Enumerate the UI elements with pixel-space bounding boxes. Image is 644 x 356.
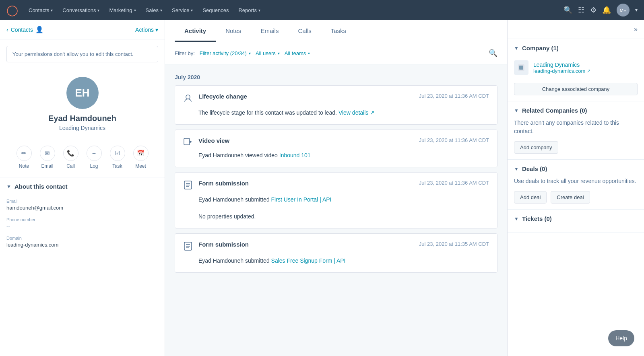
nav-service[interactable]: Service ▾	[168, 5, 197, 16]
right-sidebar: » ▼ Company (1) Leading Dynamics leading…	[507, 20, 644, 356]
notifications-icon[interactable]: 🔔	[602, 6, 611, 14]
form-submission-2-link[interactable]: Sales Free Signup Form | API	[271, 257, 346, 264]
activity-filter-button[interactable]: Filter activity (20/34) ▾	[200, 50, 251, 56]
collapse-arrows-icon[interactable]: »	[634, 26, 638, 33]
content-tabs: Activity Notes Emails Calls Tasks	[175, 20, 497, 42]
log-button[interactable]: ＋ Log	[87, 146, 102, 169]
sales-chevron-icon: ▾	[160, 8, 162, 12]
nav-contacts[interactable]: Contacts ▾	[25, 5, 57, 16]
hubspot-logo[interactable]: ◯	[6, 5, 18, 15]
company-domain[interactable]: leading-dynamics.com ↗	[533, 68, 590, 74]
contact-name: Eyad Hamdouneh	[48, 114, 116, 123]
help-button[interactable]: Help	[608, 330, 634, 346]
lifecycle-view-details-link[interactable]: View details ↗	[339, 109, 375, 116]
svg-rect-13	[519, 66, 523, 70]
contact-action-buttons: ✏ Note ✉ Email 📞 Call ＋ Log ☑ Task 📅 Mee	[0, 142, 165, 177]
phone-icon: 📞	[63, 146, 78, 161]
external-link-icon: ↗	[587, 68, 590, 74]
nav-sales[interactable]: Sales ▾	[142, 5, 167, 16]
about-section-header[interactable]: ▼ About this contact	[0, 177, 165, 195]
back-arrow-icon: ‹	[6, 27, 8, 33]
email-field-group: Email hamdouneh@gmail.com	[0, 195, 165, 214]
settings-icon[interactable]: ⚙	[590, 6, 597, 14]
phone-field-group: Phone number --	[0, 214, 165, 233]
service-chevron-icon: ▾	[191, 8, 193, 12]
company-section-collapse-icon: ▼	[514, 45, 519, 51]
nav-sequences[interactable]: Sequences	[198, 5, 233, 16]
deals-section-header[interactable]: ▼ Deals (0)	[514, 165, 638, 172]
users-filter-button[interactable]: All users ▾	[256, 50, 280, 56]
contact-profile: EH Eyad Hamdouneh Leading Dynamics	[0, 69, 165, 142]
tickets-section: ▼ Tickets (0)	[508, 210, 644, 233]
activity-video-view: Video view Jul 23, 2020 at 11:36 AM CDT …	[175, 130, 497, 167]
related-companies-empty-text: There aren't any companies related to th…	[514, 119, 638, 136]
form-submission-icon-1	[183, 181, 193, 191]
activity-form-submission-2: Form submission Jul 23, 2020 at 11:35 AM…	[175, 233, 497, 273]
svg-text:ME: ME	[620, 8, 627, 13]
svg-point-2	[186, 95, 190, 99]
tab-tasks[interactable]: Tasks	[321, 20, 356, 42]
nav-marketing[interactable]: Marketing ▾	[105, 5, 140, 16]
teams-filter-button[interactable]: All teams ▾	[285, 50, 310, 56]
company-section-header[interactable]: ▼ Company (1)	[514, 45, 638, 51]
marketing-chevron-icon: ▾	[134, 8, 136, 12]
task-button[interactable]: ☑ Task	[110, 146, 125, 169]
top-navigation: ◯ Contacts ▾ Conversations ▾ Marketing ▾…	[0, 0, 644, 20]
actions-dropdown[interactable]: Actions ▾	[135, 27, 158, 33]
change-associated-company-button[interactable]: Change associated company	[514, 83, 638, 95]
meet-button[interactable]: 📅 Meet	[133, 146, 149, 169]
email-button[interactable]: ✉ Email	[40, 146, 55, 169]
note-button[interactable]: ✏ Note	[17, 146, 32, 169]
contacts-breadcrumb[interactable]: ‹ Contacts 👤	[6, 26, 43, 33]
deals-collapse-icon: ▼	[514, 166, 519, 172]
company-info: Leading Dynamics leading-dynamics.com ↗	[533, 62, 590, 74]
tickets-section-header[interactable]: ▼ Tickets (0)	[514, 215, 638, 222]
related-companies-header[interactable]: ▼ Related Companies (0)	[514, 107, 638, 114]
avatar: EH	[66, 77, 99, 109]
tab-calls[interactable]: Calls	[288, 20, 321, 42]
form-submission-1-link[interactable]: First User In Portal | API	[271, 196, 332, 203]
sidebar-collapse-bar: »	[508, 20, 644, 39]
about-collapse-icon: ▼	[6, 184, 11, 189]
deals-action-buttons: Add deal Create deal	[514, 191, 638, 204]
user-avatar[interactable]: ME	[617, 4, 630, 16]
nav-conversations[interactable]: Conversations ▾	[58, 5, 103, 16]
form-submission-1-body: Eyad Hamdouneh submitted First User In P…	[183, 195, 489, 221]
call-button[interactable]: 📞 Call	[63, 146, 78, 169]
tickets-collapse-icon: ▼	[514, 216, 519, 222]
account-chevron-icon[interactable]: ▾	[635, 7, 638, 13]
video-link[interactable]: Inbound 101	[279, 152, 311, 158]
deals-section: ▼ Deals (0) Use deals to track all your …	[508, 160, 644, 210]
note-icon: ✏	[17, 146, 32, 161]
nav-reports[interactable]: Reports ▾	[234, 5, 264, 16]
meet-icon: 📅	[133, 146, 149, 161]
create-deal-button[interactable]: Create deal	[551, 191, 590, 204]
teams-filter-chevron-icon: ▾	[308, 51, 310, 56]
add-company-button[interactable]: Add company	[514, 141, 558, 154]
svg-rect-3	[184, 138, 190, 145]
company-section: ▼ Company (1) Leading Dynamics leading-d…	[508, 39, 644, 101]
form-submission-icon-2	[183, 242, 193, 253]
lifecycle-change-body: The lifecycle stage for this contact was…	[183, 109, 489, 117]
contacts-chevron-icon: ▾	[51, 8, 53, 12]
conversations-chevron-icon: ▾	[97, 8, 99, 12]
actions-chevron-icon: ▾	[155, 27, 158, 33]
form-submission-2-body: Eyad Hamdouneh submitted Sales Free Sign…	[183, 257, 489, 265]
associated-company-card: Leading Dynamics leading-dynamics.com ↗	[514, 56, 638, 79]
filter-bar: Filter by: Filter activity (20/34) ▾ All…	[165, 42, 507, 64]
video-view-body: Eyad Hamdouneh viewed video Inbound 101	[183, 151, 489, 160]
task-icon: ☑	[110, 146, 125, 161]
company-name[interactable]: Leading Dynamics	[533, 62, 590, 68]
tab-emails[interactable]: Emails	[251, 20, 288, 42]
users-filter-chevron-icon: ▾	[278, 51, 280, 56]
email-icon: ✉	[40, 146, 55, 161]
activity-header: Activity Notes Emails Calls Tasks	[165, 20, 507, 42]
add-deal-button[interactable]: Add deal	[514, 191, 547, 204]
user-icon: 👤	[35, 26, 43, 33]
tab-activity[interactable]: Activity	[175, 20, 216, 42]
activity-lifecycle-change: Lifecycle change Jul 23, 2020 at 11:36 A…	[175, 85, 497, 125]
tab-notes[interactable]: Notes	[216, 20, 251, 42]
activity-search-icon[interactable]: 🔍	[489, 49, 497, 58]
search-icon[interactable]: 🔍	[564, 6, 572, 14]
grid-icon[interactable]: ☷	[578, 6, 584, 14]
